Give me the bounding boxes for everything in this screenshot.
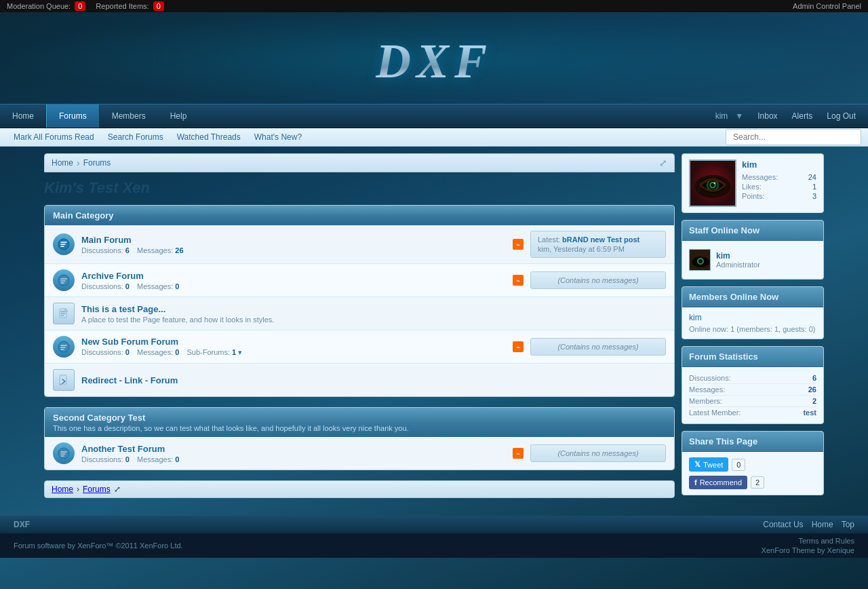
forum-row-test-page: This is a test Page... A place to test t… — [45, 297, 674, 330]
forum-stats-another: Discussions: 0 Messages: 0 — [81, 455, 506, 463]
rss-icon-archive[interactable]: ⌁ — [513, 275, 524, 286]
stat-messages: Messages: 26 — [689, 384, 816, 396]
facebook-icon: f — [694, 478, 697, 487]
svg-point-13 — [713, 183, 715, 185]
breadcrumb: Home › Forums ⤢ — [44, 153, 675, 172]
footer-bottom: Forum software by XenForo™ ©2011 XenForo… — [0, 533, 868, 558]
search-forums-link[interactable]: Search Forums — [101, 128, 170, 146]
members-online-header: Members Online Now — [682, 287, 823, 307]
recommend-wrapper: f Recommend 2 — [689, 476, 816, 489]
copyright: Forum software by XenForo™ ©2011 XenForo… — [14, 542, 183, 550]
nav-item-members[interactable]: Members — [100, 104, 158, 128]
footer-home-link[interactable]: Home — [812, 520, 833, 529]
forum-row-main-forum: Main Forum Discussions: 6 Messages: 26 ⌁… — [45, 225, 674, 264]
user-name[interactable]: kim — [742, 159, 816, 170]
sidebar-members-online: Members Online Now kim Online now: 1 (me… — [682, 286, 824, 339]
forum-name-redirect[interactable]: Redirect - Link - Forum — [81, 375, 178, 385]
forum-row-redirect: Redirect - Link - Forum — [45, 364, 674, 396]
nav-item-help[interactable]: Help — [158, 104, 199, 128]
bottom-expand-icon[interactable]: ⤢ — [114, 484, 121, 494]
subforum-expand[interactable]: ▾ — [238, 348, 242, 356]
alerts-link[interactable]: Alerts — [787, 109, 818, 123]
latest-thread-link[interactable]: bRAND new Test post — [562, 235, 639, 244]
forum-icon-main — [53, 233, 75, 255]
forum-info-subforum: New Sub Forum Forum Discussions: 0 Messa… — [81, 337, 506, 357]
bottom-breadcrumb-home[interactable]: Home — [52, 484, 73, 494]
rss-icon-subforum[interactable]: ⌁ — [513, 341, 524, 352]
staff-item: kim Administrator — [689, 246, 816, 273]
logout-link[interactable]: Log Out — [821, 109, 861, 123]
svg-point-3 — [58, 341, 69, 352]
sidebar-share: Share This Page 𝕏 Tweet 0 f Recommend — [682, 431, 824, 495]
footer-brand: DXF — [14, 520, 30, 529]
expand-icon[interactable]: ⤢ — [659, 157, 667, 168]
latest-member-link[interactable]: test — [803, 408, 816, 417]
staff-avatar — [689, 249, 711, 271]
rss-icon[interactable]: ⌁ — [513, 239, 524, 250]
footer-top-link[interactable]: Top — [842, 520, 854, 529]
forum-info-archive: Archive Forum Discussions: 0 Messages: 0 — [81, 271, 506, 290]
twitter-icon: 𝕏 — [694, 460, 701, 469]
members-online-count: Online now: 1 (members: 1, guests: 0) — [689, 325, 816, 333]
user-details: kim Messages: 24 Likes: 1 Points: 3 — [742, 159, 816, 207]
forum-row-archive: Archive Forum Discussions: 0 Messages: 0… — [45, 264, 674, 297]
footer-contact-link[interactable]: Contact Us — [763, 520, 803, 529]
forum-row-subforum: New Sub Forum Forum Discussions: 0 Messa… — [45, 330, 674, 364]
whats-new-link[interactable]: What's New? — [248, 128, 309, 146]
forum-info-main: Main Forum Discussions: 6 Messages: 26 — [81, 235, 506, 254]
recommend-button[interactable]: f Recommend — [689, 476, 747, 489]
members-online-names[interactable]: kim — [689, 313, 816, 322]
avatar — [689, 159, 736, 207]
forum-info-another: Another Test Forum Discussions: 0 Messag… — [81, 444, 506, 463]
theme-link[interactable]: XenForo Theme by Xenique — [762, 546, 854, 554]
site-header: DXF — [0, 12, 868, 104]
forum-info-page: This is a test Page... A place to test t… — [81, 304, 666, 324]
category-second: Second Category Test This one has a desc… — [44, 407, 675, 470]
admin-control-panel-link[interactable]: Admin Control Panel — [793, 2, 861, 10]
share-buttons: 𝕏 Tweet 0 f Recommend 2 — [689, 457, 816, 489]
moderation-queue: Moderation Queue: 0 — [7, 2, 85, 10]
footer-links: Contact Us Home Top — [763, 520, 854, 529]
category-header-main: Main Category — [45, 206, 674, 225]
recommend-count: 2 — [751, 476, 764, 489]
rss-icon-another[interactable]: ⌁ — [513, 448, 524, 459]
forum-name-subforum[interactable]: New Sub Forum Forum — [81, 337, 178, 347]
watched-threads-link[interactable]: Watched Threads — [170, 128, 248, 146]
reported-items: Reported Items: 0 — [96, 2, 163, 10]
svg-point-5 — [58, 448, 69, 459]
search-input[interactable] — [726, 129, 861, 145]
category-header-second: Second Category Test This one has a desc… — [45, 408, 674, 437]
svg-point-18 — [698, 259, 703, 263]
forum-icon-redirect — [53, 369, 75, 391]
forum-icon-archive — [53, 269, 75, 291]
inbox-link[interactable]: Inbox — [752, 109, 783, 123]
footer-bar: DXF Contact Us Home Top — [0, 516, 868, 533]
terms-link[interactable]: Terms and Rules — [798, 537, 854, 545]
forum-name-main[interactable]: Main Forum — [81, 235, 132, 245]
site-logo: DXF — [376, 33, 492, 90]
forum-latest-subforum: (Contains no messages) — [530, 338, 666, 356]
forum-latest-main: Latest: bRAND new Test post kim, Yesterd… — [530, 231, 666, 258]
mark-all-read-link[interactable]: Mark All Forums Read — [7, 128, 101, 146]
sidebar-staff-online: Staff Online Now kim Admin — [682, 220, 824, 280]
forum-info-redirect: Redirect - Link - Forum — [81, 375, 666, 385]
breadcrumb-home[interactable]: Home — [52, 158, 73, 168]
forum-icon-another — [53, 442, 75, 464]
forum-name-archive[interactable]: Archive Forum — [81, 271, 144, 281]
bottom-breadcrumb-forums[interactable]: Forums — [83, 484, 111, 494]
user-dropdown[interactable]: kim ▼ — [705, 107, 749, 125]
sidebar-user-card: kim Messages: 24 Likes: 1 Points: 3 — [682, 153, 824, 213]
tweet-count: 0 — [732, 459, 745, 471]
tweet-button[interactable]: 𝕏 Tweet — [689, 457, 728, 472]
nav-item-forums[interactable]: Forums — [46, 104, 100, 128]
breadcrumb-forums[interactable]: Forums — [83, 158, 111, 168]
svg-point-1 — [58, 275, 69, 286]
forum-name-another[interactable]: Another Test Forum — [81, 444, 165, 454]
user-card: kim Messages: 24 Likes: 1 Points: 3 — [689, 159, 816, 207]
sidebar: kim Messages: 24 Likes: 1 Points: 3 — [682, 153, 824, 502]
search-box[interactable] — [726, 129, 861, 145]
forum-name-page[interactable]: This is a test Page... — [81, 304, 165, 314]
topbar: Moderation Queue: 0 Reported Items: 0 Ad… — [0, 0, 868, 12]
nav-item-home[interactable]: Home — [0, 104, 46, 128]
user-stat-messages: Messages: 24 — [742, 172, 816, 182]
